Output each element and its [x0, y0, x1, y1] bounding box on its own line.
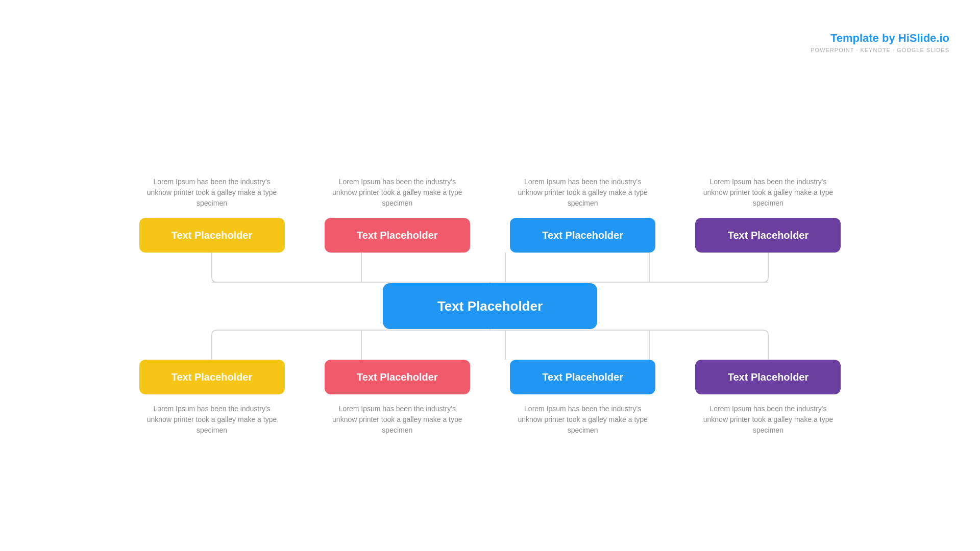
top-node-3: Lorem Ipsum has been the industry's unkn…: [504, 177, 662, 253]
top-connectors: [133, 253, 847, 283]
bottom-node-1: Text Placeholder Lorem Ipsum has been th…: [133, 360, 291, 436]
top-row: Lorem Ipsum has been the industry's unkn…: [133, 177, 847, 253]
top-box-4[interactable]: Text Placeholder: [695, 218, 841, 253]
top-box-2[interactable]: Text Placeholder: [325, 218, 470, 253]
bottom-connectors: [133, 329, 847, 360]
top-node-1: Lorem Ipsum has been the industry's unkn…: [133, 177, 291, 253]
center-box[interactable]: Text Placeholder: [383, 283, 597, 329]
bottom-node-4: Text Placeholder Lorem Ipsum has been th…: [689, 360, 847, 436]
top-connector-svg: [133, 253, 847, 283]
watermark-title: Template by HiSlide.io: [811, 31, 949, 46]
watermark-brand: HiSlide.io: [898, 32, 949, 44]
bottom-box-3[interactable]: Text Placeholder: [510, 360, 655, 394]
bottom-box-2[interactable]: Text Placeholder: [325, 360, 470, 394]
center-node: Text Placeholder: [383, 283, 597, 329]
diagram: Lorem Ipsum has been the industry's unkn…: [0, 61, 980, 551]
bottom-box-1[interactable]: Text Placeholder: [139, 360, 285, 394]
top-node-4: Lorem Ipsum has been the industry's unkn…: [689, 177, 847, 253]
bottom-row: Text Placeholder Lorem Ipsum has been th…: [133, 360, 847, 436]
watermark-prefix: Template by: [830, 32, 898, 44]
bottom-connector-svg: [133, 329, 847, 360]
top-box-3[interactable]: Text Placeholder: [510, 218, 655, 253]
top-node-2: Lorem Ipsum has been the industry's unkn…: [318, 177, 476, 253]
top-box-1[interactable]: Text Placeholder: [139, 218, 285, 253]
bottom-node-2: Text Placeholder Lorem Ipsum has been th…: [318, 360, 476, 436]
bottom-node-3: Text Placeholder Lorem Ipsum has been th…: [504, 360, 662, 436]
watermark: Template by HiSlide.io PowerPoint · Keyn…: [811, 31, 949, 54]
bottom-box-4[interactable]: Text Placeholder: [695, 360, 841, 394]
watermark-sub: PowerPoint · Keynote · Google Slides: [811, 46, 949, 54]
